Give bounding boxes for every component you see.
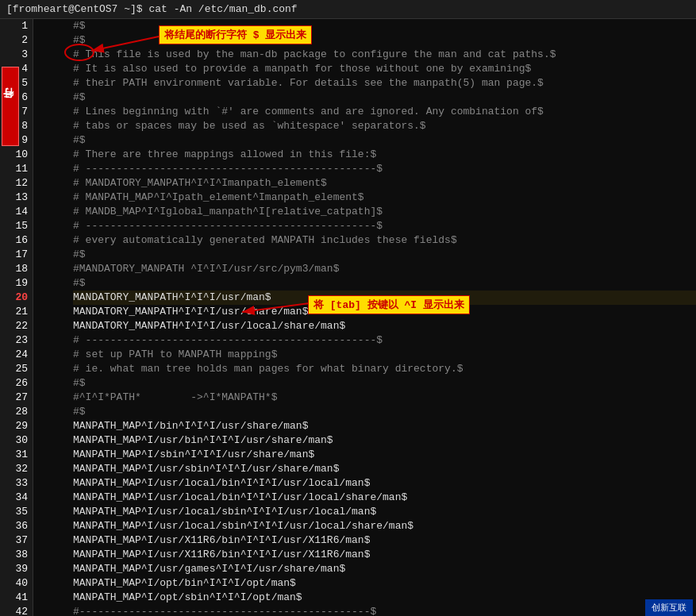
- line-number-30: 30: [0, 433, 33, 448]
- line-number-19: 19: [0, 276, 33, 291]
- line-number-38: 38: [0, 548, 33, 562]
- line-number-1: 1: [0, 19, 33, 33]
- line-number-35: 35: [0, 505, 33, 519]
- code-line-38: MANPATH_MAP^I/usr/X11R6/bin^I^I^I/usr/X1…: [73, 548, 696, 562]
- code-line-32: MANPATH_MAP^I/usr/sbin^I^I^I/usr/share/m…: [73, 462, 696, 476]
- line-number-26: 26: [0, 376, 33, 391]
- line-number-14: 14: [0, 205, 33, 219]
- code-line-13: # MANPATH_MAP^I^Ipath_element^Imanpath_e…: [73, 191, 696, 205]
- code-line-34: MANPATH_MAP^I/usr/local/bin^I^I^I/usr/lo…: [73, 491, 696, 505]
- line-number-42: 42: [0, 605, 33, 616]
- line-number-32: 32: [0, 462, 33, 476]
- content-area: 将结尾的断行字符 $ 显示出来 行号: [0, 19, 696, 616]
- code-line-12: # MANDATORY_MANPATH^I^I^Imanpath_element…: [73, 176, 696, 191]
- line-number-27: 27: [0, 391, 33, 405]
- code-line-40: MANPATH_MAP^I/opt/bin^I^I^I/opt/man$: [73, 576, 696, 591]
- line-number-31: 31: [0, 448, 33, 462]
- line-number-17: 17: [0, 248, 33, 262]
- terminal-window: [fromheart@CentOS7 ~]$ cat -An /etc/man_…: [0, 0, 696, 616]
- line-number-28: 28: [0, 405, 33, 419]
- code-lines-container: #$#$# This file is used by the man-db pa…: [73, 19, 696, 616]
- code-line-4: # It is also used to provide a manpath f…: [73, 62, 696, 76]
- line-number-41: 41: [0, 591, 33, 605]
- line-number-13: 13: [0, 191, 33, 205]
- line-number-2: 2: [0, 33, 33, 48]
- line-number-22: 22: [0, 319, 33, 333]
- line-number-25: 25: [0, 362, 33, 376]
- line-number-11: 11: [0, 162, 33, 176]
- code-line-35: MANPATH_MAP^I/usr/local/sbin^I^I^I/usr/l…: [73, 505, 696, 519]
- code-line-29: MANPATH_MAP^I/bin^I^I^I/usr/share/man$: [73, 419, 696, 433]
- code-line-22: MANDATORY_MANPATH^I^I^I/usr/local/share/…: [73, 319, 696, 333]
- code-line-26: #$: [73, 376, 696, 391]
- code-line-14: # MANDB_MAP^I^Iglobal_manpath^I[relative…: [73, 205, 696, 219]
- line-number-39: 39: [0, 562, 33, 576]
- line-number-10: 10: [0, 148, 33, 162]
- code-line-24: # set up PATH to MANPATH mapping$: [73, 348, 696, 362]
- code-line-33: MANPATH_MAP^I/usr/local/bin^I^I^I/usr/lo…: [73, 476, 696, 491]
- terminal-header: [fromheart@CentOS7 ~]$ cat -An /etc/man_…: [0, 0, 696, 19]
- dollar-sign-annotation: 将结尾的断行字符 $ 显示出来: [159, 25, 312, 44]
- line-number-15: 15: [0, 219, 33, 233]
- code-line-31: MANPATH_MAP^I/sbin^I^I^I/usr/share/man$: [73, 448, 696, 462]
- code-line-28: #$: [73, 405, 696, 419]
- tab-annotation: 将 [tab] 按键以 ^I 显示出来: [308, 295, 470, 314]
- code-line-42: #---------------------------------------…: [73, 605, 696, 616]
- line-number-24: 24: [0, 348, 33, 362]
- line-number-37: 37: [0, 533, 33, 548]
- line-number-23: 23: [0, 333, 33, 348]
- line-number-40: 40: [0, 576, 33, 591]
- code-line-25: # ie. what man tree holds man pages for …: [73, 362, 696, 376]
- code-line-37: MANPATH_MAP^I/usr/X11R6/bin^I^I^I/usr/X1…: [73, 533, 696, 548]
- code-line-23: # --------------------------------------…: [73, 333, 696, 348]
- lineno-vertical-label: 行号: [2, 67, 19, 146]
- code-line-6: #$: [73, 90, 696, 105]
- code-line-3: # This file is used by the man-db packag…: [73, 48, 696, 62]
- line-number-3: 3: [0, 48, 33, 62]
- code-line-11: # --------------------------------------…: [73, 162, 696, 176]
- code-line-17: #$: [73, 248, 696, 262]
- terminal-command: [fromheart@CentOS7 ~]$ cat -An /etc/man_…: [6, 3, 298, 15]
- line-number-36: 36: [0, 519, 33, 533]
- line-number-33: 33: [0, 476, 33, 491]
- code-line-18: #MANDATORY_MANPATH ^I^I^I/usr/src/pym3/m…: [73, 262, 696, 276]
- code-line-8: # tabs or spaces may be used as `whitesp…: [73, 119, 696, 133]
- line-number-16: 16: [0, 233, 33, 248]
- code-line-27: #^I^I*PATH* ->^I*MANPATH*$: [73, 391, 696, 405]
- code-line-15: # --------------------------------------…: [73, 219, 696, 233]
- code-line-9: #$: [73, 133, 696, 148]
- code-line-16: # every automatically generated MANPATH …: [73, 233, 696, 248]
- code-line-7: # Lines beginning with `#' are comments …: [73, 105, 696, 119]
- line-number-12: 12: [0, 176, 33, 191]
- watermark: 创新互联: [645, 599, 693, 616]
- code-line-36: MANPATH_MAP^I/usr/local/sbin^I^I^I/usr/l…: [73, 519, 696, 533]
- code-line-41: MANPATH_MAP^I/opt/sbin^I^I^I/opt/man$: [73, 591, 696, 605]
- code-line-10: # There are three mappings allowed in th…: [73, 148, 696, 162]
- code-lines-column: #$#$# This file is used by the man-db pa…: [67, 19, 696, 616]
- line-number-21: 21: [0, 305, 33, 319]
- code-line-30: MANPATH_MAP^I/usr/bin^I^I^I/usr/share/ma…: [73, 433, 696, 448]
- code-line-39: MANPATH_MAP^I/usr/games^I^I^I/usr/share/…: [73, 562, 696, 576]
- code-line-5: # their PATH environment variable. For d…: [73, 76, 696, 90]
- line-number-20: 20: [0, 291, 33, 305]
- line-number-34: 34: [0, 491, 33, 505]
- line-number-29: 29: [0, 419, 33, 433]
- code-line-19: #$: [73, 276, 696, 291]
- line-number-18: 18: [0, 262, 33, 276]
